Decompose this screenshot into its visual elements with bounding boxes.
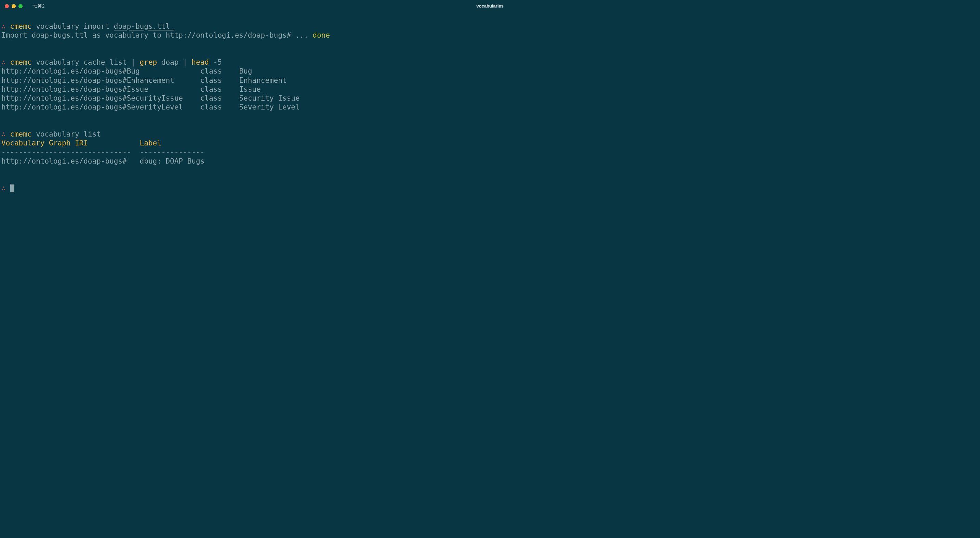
table-cell-iri: http://ontologi.es/doap-bugs#Bug <box>2 67 200 75</box>
table-row: http://ontologi.es/doap-bugs#Enhancement… <box>2 76 978 85</box>
command-line: ∴ cmemc vocabulary list <box>2 130 978 139</box>
close-icon[interactable] <box>5 4 9 8</box>
command-name: cmemc <box>10 130 36 138</box>
command-args: vocabulary list <box>36 130 101 138</box>
command-grep: grep <box>135 58 161 66</box>
table-cell-label: Security Issue <box>239 94 299 102</box>
table-row: http://ontologi.es/doap-bugs# dbug: DOAP… <box>2 157 978 166</box>
traffic-lights <box>5 4 22 8</box>
blank-line <box>2 49 978 58</box>
table-cell-label: Bug <box>239 67 252 75</box>
table-divider: --------------- <box>140 148 205 156</box>
output-text: Import doap-bugs.ttl as vocabulary to ht… <box>2 31 313 39</box>
table-header: Label <box>140 139 161 147</box>
window-title: vocabularies <box>0 3 980 9</box>
tab-label[interactable]: ⌥⌘2 <box>32 3 45 9</box>
command-arg-file: doap-bugs.ttl <box>114 22 174 30</box>
command-line: ∴ cmemc vocabulary cache list | grep doa… <box>2 58 978 67</box>
maximize-icon[interactable] <box>19 4 22 8</box>
table-cell-type: class <box>200 67 239 75</box>
minimize-icon[interactable] <box>12 4 16 8</box>
table-cell-label: Enhancement <box>239 76 286 85</box>
command-args: vocabulary import <box>36 22 114 30</box>
blank-line <box>2 40 978 49</box>
blank-line <box>2 166 978 174</box>
prompt-symbol: ∴ <box>2 22 10 30</box>
command-args: vocabulary cache list <box>36 58 131 66</box>
output-line: Import doap-bugs.ttl as vocabulary to ht… <box>2 31 978 40</box>
table-cell-iri: http://ontologi.es/doap-bugs#SecurityIss… <box>2 94 200 102</box>
table-cell-iri: http://ontologi.es/doap-bugs# <box>2 157 140 165</box>
titlebar: ⌥⌘2 vocabularies <box>0 0 980 12</box>
table-divider-row: ------------------------------ ---------… <box>2 148 978 157</box>
blank-line <box>2 121 978 130</box>
table-header: Vocabulary Graph IRI <box>2 139 140 147</box>
command-head: head <box>188 58 213 66</box>
table-row: http://ontologi.es/doap-bugs#SeverityLev… <box>2 103 978 112</box>
pipe: | <box>183 58 188 66</box>
table-cell-type: class <box>200 76 239 85</box>
terminal-content[interactable]: ∴ cmemc vocabulary import doap-bugs.ttl … <box>0 12 980 538</box>
pipe: | <box>131 58 135 66</box>
prompt-line: ∴ <box>2 184 978 193</box>
table-header-row: Vocabulary Graph IRI Label <box>2 139 978 147</box>
table-cell-iri: http://ontologi.es/doap-bugs#Enhancement <box>2 76 200 85</box>
table-cell-label: Issue <box>239 85 261 93</box>
prompt-symbol: ∴ <box>2 184 10 192</box>
table-row: http://ontologi.es/doap-bugs#SecurityIss… <box>2 94 978 103</box>
table-cell-type: class <box>200 103 239 111</box>
table-cell-type: class <box>200 85 239 93</box>
command-name: cmemc <box>10 58 36 66</box>
prompt-symbol: ∴ <box>2 130 10 138</box>
command-name: cmemc <box>10 22 36 30</box>
table-cell-type: class <box>200 94 239 102</box>
table-cell-label: Severity Level <box>239 103 299 111</box>
command-line: ∴ cmemc vocabulary import doap-bugs.ttl <box>2 22 978 31</box>
blank-line <box>2 112 978 121</box>
table-cell-label: dbug: DOAP Bugs <box>140 157 205 165</box>
command-args: -5 <box>213 58 222 66</box>
blank-line <box>2 174 978 184</box>
command-args: doap <box>161 58 183 66</box>
table-cell-iri: http://ontologi.es/doap-bugs#Issue <box>2 85 200 93</box>
table-row: http://ontologi.es/doap-bugs#Issue class… <box>2 85 978 94</box>
cursor[interactable] <box>10 184 14 192</box>
table-row: http://ontologi.es/doap-bugs#Bug class B… <box>2 67 978 76</box>
table-cell-iri: http://ontologi.es/doap-bugs#SeverityLev… <box>2 103 200 111</box>
output-done: done <box>313 31 330 39</box>
prompt-symbol: ∴ <box>2 58 10 66</box>
terminal-window: ⌥⌘2 vocabularies ∴ cmemc vocabulary impo… <box>0 0 980 538</box>
table-divider: ------------------------------ <box>2 148 140 156</box>
